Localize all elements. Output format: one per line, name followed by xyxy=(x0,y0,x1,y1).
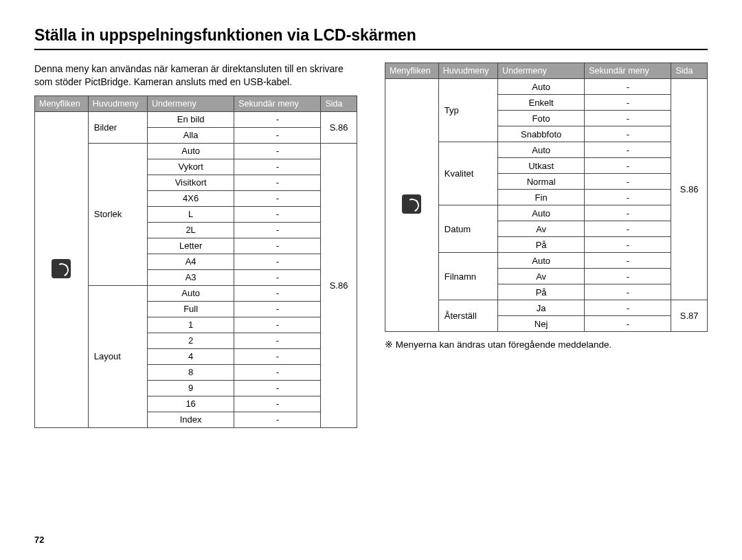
th-page: Sida xyxy=(671,63,708,79)
sec: - xyxy=(234,127,321,143)
right-table: Menyfliken Huvudmeny Undermeny Sekundär … xyxy=(385,63,708,332)
sub: Snabbfoto xyxy=(498,126,585,142)
sub: 2L xyxy=(148,222,234,238)
page-number: 72 xyxy=(34,535,44,545)
page-bilder: S.86 xyxy=(321,111,357,143)
th-sub: Undermeny xyxy=(148,96,234,111)
th-page: Sida xyxy=(321,96,357,111)
sub: En bild xyxy=(148,111,234,127)
pictbridge-icon xyxy=(52,259,71,278)
sub: 4X6 xyxy=(148,190,234,206)
sec: - xyxy=(585,269,671,284)
sub: A3 xyxy=(148,269,234,285)
sub: Utkast xyxy=(498,158,585,174)
sub: 9 xyxy=(148,380,234,396)
menu-tab-icon-cell xyxy=(385,79,439,332)
sec: - xyxy=(234,333,321,348)
sec: - xyxy=(234,190,321,206)
sec: - xyxy=(234,301,321,317)
main-kvalitet: Kvalitet xyxy=(438,142,497,205)
sub: Auto xyxy=(498,79,585,95)
sec: - xyxy=(234,206,321,222)
sub: 8 xyxy=(148,364,234,380)
left-column: Denna meny kan användas när kameran är d… xyxy=(34,63,357,428)
sub: Ja xyxy=(498,300,585,316)
main-storlek: Storlek xyxy=(88,143,147,285)
th-sec: Sekundär meny xyxy=(234,96,321,111)
sub: Foto xyxy=(498,111,585,126)
sub: Full xyxy=(148,301,234,317)
sub: 4 xyxy=(148,348,234,364)
main-filnamn: Filnamn xyxy=(438,253,497,300)
main-typ: Typ xyxy=(438,79,497,142)
sec: - xyxy=(585,126,671,142)
th-sec: Sekundär meny xyxy=(585,63,671,79)
sub: 2 xyxy=(148,333,234,348)
sub: Enkelt xyxy=(498,95,585,111)
page-top: S.86 xyxy=(671,79,708,300)
th-sub: Undermeny xyxy=(498,63,585,79)
sec: - xyxy=(234,111,321,127)
sec: - xyxy=(234,285,321,301)
sec: - xyxy=(585,253,671,269)
sub: 16 xyxy=(148,396,234,412)
page-aterstall: S.87 xyxy=(671,300,708,332)
sub: Normal xyxy=(498,174,585,190)
sub: Auto xyxy=(498,253,585,269)
left-table: Menyfliken Huvudmeny Undermeny Sekundär … xyxy=(34,96,357,428)
sub: Alla xyxy=(148,127,234,143)
main-aterstall: Återställ xyxy=(438,300,497,332)
sec: - xyxy=(585,221,671,237)
menu-tab-icon-cell xyxy=(35,111,89,427)
main-bilder: Bilder xyxy=(88,111,147,143)
sec: - xyxy=(234,238,321,254)
sub: Visitkort xyxy=(148,175,234,190)
sec: - xyxy=(585,300,671,316)
sec: - xyxy=(585,95,671,111)
main-layout: Layout xyxy=(88,285,147,427)
th-main: Huvudmeny xyxy=(438,63,497,79)
sec: - xyxy=(234,364,321,380)
sub: Letter xyxy=(148,238,234,254)
page-sl: S.86 xyxy=(321,143,357,427)
sec: - xyxy=(585,142,671,158)
footnote: ※ Menyerna kan ändras utan föregående me… xyxy=(385,339,708,350)
sec: - xyxy=(585,111,671,126)
sub: Auto xyxy=(148,143,234,159)
sub: L xyxy=(148,206,234,222)
th-main: Huvudmeny xyxy=(88,96,147,111)
sub: Nej xyxy=(498,316,585,332)
sec: - xyxy=(234,317,321,333)
th-tab: Menyfliken xyxy=(385,63,439,79)
sec: - xyxy=(234,159,321,175)
right-column: Menyfliken Huvudmeny Undermeny Sekundär … xyxy=(385,63,708,428)
sub: Av xyxy=(498,221,585,237)
th-tab: Menyfliken xyxy=(35,96,89,111)
main-datum: Datum xyxy=(438,205,497,253)
sec: - xyxy=(585,158,671,174)
sub: Vykort xyxy=(148,159,234,175)
sec: - xyxy=(585,79,671,95)
sec: - xyxy=(234,269,321,285)
sub: Index xyxy=(148,412,234,427)
pictbridge-icon xyxy=(402,194,421,214)
sec: - xyxy=(234,143,321,159)
sub: 1 xyxy=(148,317,234,333)
sec: - xyxy=(234,380,321,396)
sec: - xyxy=(234,348,321,364)
sub: På xyxy=(498,284,585,300)
sub: Av xyxy=(498,269,585,284)
sec: - xyxy=(234,254,321,269)
sec: - xyxy=(585,205,671,221)
sec: - xyxy=(585,237,671,253)
sec: - xyxy=(234,412,321,427)
sec: - xyxy=(585,174,671,190)
page-title: Ställa in uppspelningsfunktionen via LCD… xyxy=(34,26,708,50)
sub: Auto xyxy=(498,205,585,221)
sub: Fin xyxy=(498,190,585,205)
sub: På xyxy=(498,237,585,253)
intro-text: Denna meny kan användas när kameran är d… xyxy=(34,63,357,89)
sec: - xyxy=(234,222,321,238)
sec: - xyxy=(585,284,671,300)
sub: A4 xyxy=(148,254,234,269)
